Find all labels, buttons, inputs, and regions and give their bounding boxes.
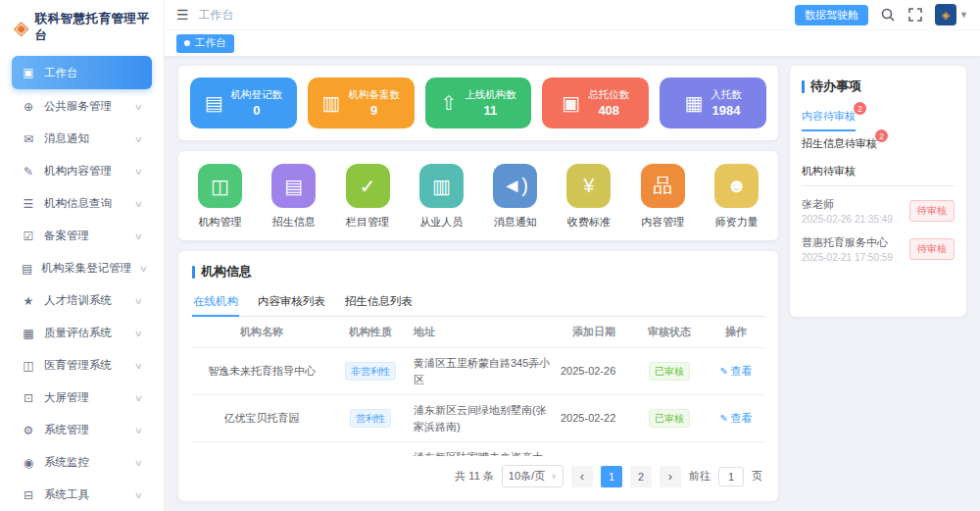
pending-review-button[interactable]: 待审核	[909, 200, 955, 222]
sidebar-item-org-content[interactable]: ✎ 机构内容管理	[12, 156, 152, 186]
fee-yuan-icon: ¥	[566, 164, 611, 208]
admission-doc-icon: ▤	[271, 164, 316, 208]
stat-value: 408	[598, 103, 619, 118]
stat-card-enrolled[interactable]: ▦ 入托数 1984	[660, 77, 766, 128]
sidebar-item-system-tools[interactable]: ⊟ 系统工具	[12, 480, 152, 510]
page-size-select[interactable]: 10条/页	[502, 465, 564, 487]
shortcut-org-mgmt[interactable]: ◫ 机构管理	[198, 164, 242, 230]
sidebar-item-label: 医育管理系统	[44, 358, 126, 373]
shortcut-fee-standard[interactable]: ¥ 收费标准	[566, 164, 611, 230]
org-date: 2025-02-22	[557, 395, 631, 442]
table-row[interactable]: 亿优宝贝托育园 营利性 浦东新区云间绿地别墅南(张家浜路南) 2025-02-2…	[192, 395, 764, 442]
view-link[interactable]: 查看	[719, 365, 752, 377]
shortcut-admission-info[interactable]: ▤ 招生信息	[271, 164, 316, 230]
org-name: 智逸未来托育指导中心	[192, 348, 331, 395]
tab-content-review-list[interactable]: 内容审核列表	[257, 288, 326, 316]
tab-admission-pending[interactable]: 招生信息待审核 2	[802, 130, 877, 158]
search-icon[interactable]	[880, 7, 896, 23]
toolbox-icon: ⊟	[22, 488, 35, 502]
page-button-1[interactable]: 1	[601, 466, 622, 487]
chevron-down-icon	[134, 134, 143, 144]
edit-icon: ✎	[22, 165, 35, 179]
sidebar-item-message-notice[interactable]: ✉ 消息通知	[12, 124, 152, 154]
todo-tabs: 内容待审核 2 招生信息待审核 2 机构待审核	[802, 103, 955, 186]
col-header-name: 机构名称	[192, 317, 331, 348]
sidebar-item-big-screen[interactable]: ⊡ 大屏管理	[12, 383, 152, 413]
shortcut-staff[interactable]: ▥ 从业人员	[419, 164, 464, 230]
sidebar-item-label: 机构采集登记管理	[41, 261, 131, 276]
tab-org-pending[interactable]: 机构待审核	[802, 158, 856, 185]
todo-tab-label: 机构待审核	[802, 165, 856, 177]
shortcut-column-mgmt[interactable]: ✓ 栏目管理	[346, 164, 390, 230]
todo-item-time: 2025-02-26 21:35:49	[802, 214, 893, 225]
top-bar: ☰ 工作台 数据驾驶舱 ◈ ▼	[165, 0, 980, 29]
stat-card-filed[interactable]: ▥ 机构备案数 9	[308, 77, 415, 128]
org-address: 黄浦区五里桥蒙自路345弄小区	[410, 348, 557, 395]
tab-online-orgs[interactable]: 在线机构	[192, 288, 239, 316]
stats-panel: ▤ 机构登记数 0 ▥ 机构备案数 9 ⇧	[178, 66, 778, 140]
col-header-date: 添加日期	[557, 317, 631, 348]
shortcut-content-mgmt[interactable]: 品 内容管理	[641, 164, 685, 230]
collapse-sidebar-icon[interactable]: ☰	[176, 7, 189, 23]
table-row[interactable]: 智逸未来托育指导中心 非营利性 黄浦区五里桥蒙自路345弄小区 2025-02-…	[192, 348, 764, 395]
sidebar-item-medical-care[interactable]: ◫ 医育管理系统	[12, 350, 152, 381]
sidebar-item-label: 系统工具	[44, 487, 126, 502]
sidebar-item-label: 系统监控	[44, 455, 126, 470]
tab-admission-info-list[interactable]: 招生信息列表	[344, 288, 414, 316]
checkbox-icon: ☑	[22, 230, 35, 243]
tab-content-pending[interactable]: 内容待审核 2	[802, 103, 856, 130]
shortcut-label: 消息通知	[494, 215, 537, 230]
mail-icon: ✉	[22, 132, 35, 146]
sidebar-item-system-mgmt[interactable]: ⚙ 系统管理	[12, 415, 152, 445]
star-icon: ★	[22, 294, 35, 308]
sidebar-item-filing-mgmt[interactable]: ☑ 备案管理	[12, 221, 152, 251]
org-name: 丹尼尔托育中心（优贝佳）	[192, 442, 331, 457]
window-icon: ◫	[22, 359, 35, 373]
list-icon: ☰	[22, 197, 35, 211]
jump-page-input[interactable]	[718, 467, 744, 486]
sidebar-item-quality-assessment[interactable]: ▦ 质量评估系统	[12, 318, 152, 348]
chevron-down-icon	[134, 102, 143, 112]
stat-card-total-seats[interactable]: ▣ 总托位数 408	[542, 77, 649, 128]
org-date: 2025-02-26	[557, 348, 631, 395]
sidebar-item-public-service[interactable]: ⊕ 公共服务管理	[12, 91, 152, 122]
fullscreen-icon[interactable]	[907, 7, 923, 23]
form-icon: ▤	[22, 262, 32, 276]
data-cockpit-button[interactable]: 数据驾驶舱	[795, 5, 868, 26]
col-header-status: 审核状态	[631, 317, 708, 348]
sidebar-item-label: 备案管理	[44, 229, 126, 243]
shortcut-label: 机构管理	[199, 215, 242, 230]
table-header-row: 机构名称 机构性质 地址 添加日期 审核状态 操作	[192, 317, 764, 348]
shortcut-label: 收费标准	[567, 215, 611, 230]
jump-suffix: 页	[752, 469, 762, 484]
shortcut-teacher-resources[interactable]: ☻ 师资力量	[714, 164, 759, 230]
stat-card-registered[interactable]: ▤ 机构登记数 0	[190, 77, 297, 128]
sidebar-item-org-info-query[interactable]: ☰ 机构信息查询	[12, 188, 152, 219]
register-doc-icon: ▤	[205, 91, 223, 115]
user-menu[interactable]: ◈ ▼	[935, 4, 968, 26]
avatar: ◈	[935, 4, 956, 26]
teacher-icon: ☻	[714, 164, 759, 208]
sidebar-item-label: 工作台	[44, 66, 142, 80]
sidebar-item-label: 质量评估系统	[44, 326, 126, 340]
globe-icon: ⊕	[22, 100, 35, 114]
tags-bar: 工作台	[165, 29, 980, 56]
sidebar-item-talent-training[interactable]: ★ 人才培训系统	[12, 285, 152, 316]
table-row[interactable]: 丹尼尔托育中心（优贝佳） 营利性 浦东新区陆家嘴未来资产大厦(陆家嘴环路) 20…	[192, 442, 764, 457]
sidebar-item-workbench[interactable]: ▣ 工作台	[12, 56, 152, 89]
org-info-tabs: 在线机构 内容审核列表 招生信息列表	[192, 288, 764, 317]
stat-label: 机构登记数	[231, 88, 283, 102]
badge-count: 2	[875, 129, 888, 142]
prev-page-button[interactable]	[571, 466, 593, 487]
next-page-button[interactable]	[660, 466, 681, 487]
page-button-2[interactable]: 2	[630, 466, 652, 487]
sidebar-item-system-monitor[interactable]: ◉ 系统监控	[12, 447, 152, 478]
view-link[interactable]: 查看	[719, 412, 752, 424]
pending-review-button[interactable]: 待审核	[909, 238, 955, 260]
chevron-down-icon	[134, 361, 143, 371]
stat-card-online[interactable]: ⇧ 上线机构数 11	[425, 77, 532, 128]
caret-down-icon: ▼	[959, 10, 968, 20]
shortcut-message-notice[interactable]: ◄) 消息通知	[493, 164, 537, 230]
sidebar-item-org-collect-register[interactable]: ▤ 机构采集登记管理	[12, 253, 152, 283]
tag-workbench[interactable]: 工作台	[176, 34, 234, 53]
